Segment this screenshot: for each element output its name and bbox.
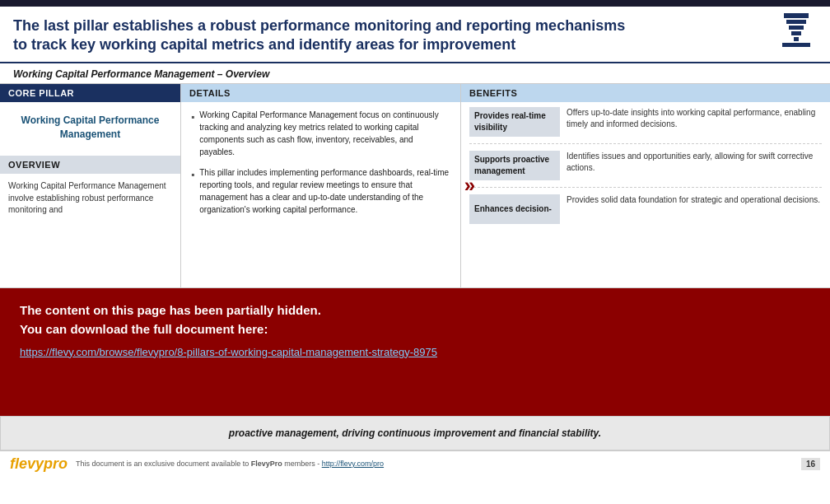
svg-rect-0	[784, 13, 809, 18]
top-bar	[0, 0, 830, 7]
details-content: ▪ Working Capital Performance Management…	[181, 102, 460, 231]
main-content: CORE PILLAR Working Capital Performance …	[0, 84, 830, 288]
header-logo	[776, 12, 817, 49]
detail-text-1: Working Capital Performance Management f…	[199, 109, 450, 158]
svg-rect-2	[789, 26, 804, 30]
benefits-header: BENEFITS	[461, 84, 830, 102]
overview-header: OVERVIEW	[0, 156, 180, 174]
title-line2: to track key working capital metrics and…	[13, 36, 515, 53]
page-title: The last pillar establishes a robust per…	[13, 16, 713, 55]
subtitle-bar: Working Capital Performance Management –…	[0, 63, 830, 84]
title-line1: The last pillar establishes a robust per…	[13, 17, 625, 34]
overview-text: Working Capital Performance Management i…	[0, 174, 180, 223]
benefit-label-2: Supports proactive management	[469, 151, 560, 180]
benefit-desc-3: Provides solid data foundation for strat…	[567, 194, 822, 207]
benefit-label-3: Enhances decision-	[469, 194, 560, 224]
benefit-row-2: Supports proactive management Identifies…	[469, 151, 822, 188]
bottom-gray-bar: proactive management, driving continuous…	[0, 416, 830, 450]
footer-text: This document is an exclusive document a…	[76, 460, 801, 468]
overlay-text1: The content on this page has been partia…	[20, 303, 810, 317]
svg-rect-5	[782, 43, 810, 47]
benefit-row-1: Provides real-time visibility Offers up-…	[469, 107, 822, 144]
left-column: CORE PILLAR Working Capital Performance …	[0, 84, 181, 287]
footer-logo: flevypro	[10, 455, 68, 473]
benefit-label-1: Provides real-time visibility	[469, 107, 560, 137]
footer-link[interactable]: http://flevy.com/pro	[322, 460, 384, 468]
right-column: BENEFITS Provides real-time visibility O…	[461, 84, 830, 287]
detail-text-2: This pillar includes implementing perfor…	[199, 166, 450, 216]
middle-column: DETAILS ▪ Working Capital Performance Ma…	[181, 84, 461, 287]
benefit-desc-2: Identifies issues and opportunities earl…	[567, 151, 822, 175]
svg-rect-3	[791, 31, 801, 35]
arrow-icon: »	[464, 174, 475, 197]
overlay-text2: You can download the full document here:	[20, 322, 810, 336]
header: The last pillar establishes a robust per…	[0, 7, 830, 63]
benefit-desc-1: Offers up-to-date insights into working …	[567, 107, 822, 131]
subtitle-text: Working Capital Performance Management –…	[13, 68, 269, 80]
benefit-row-3: Enhances decision- Provides solid data f…	[469, 194, 822, 231]
detail-item-2: ▪ This pillar includes implementing perf…	[191, 166, 450, 216]
core-pillar-label: Working Capital Performance Management	[8, 114, 172, 142]
benefits-grid: Provides real-time visibility Offers up-…	[461, 102, 830, 242]
footer-text-part1: This document is an exclusive document a…	[76, 460, 251, 468]
bullet-icon-1: ▪	[191, 110, 194, 124]
bullet-icon-2: ▪	[191, 167, 194, 182]
footer-text-part2: members -	[284, 460, 322, 468]
detail-item-1: ▪ Working Capital Performance Management…	[191, 109, 450, 158]
core-pillar-content: Working Capital Performance Management	[0, 102, 180, 153]
details-header: DETAILS	[181, 84, 460, 102]
svg-rect-1	[786, 20, 806, 24]
footer-brand: FlevyPro	[251, 460, 282, 468]
svg-rect-4	[794, 37, 799, 41]
overlay-section: The content on this page has been partia…	[0, 288, 830, 416]
core-pillar-header: CORE PILLAR	[0, 84, 180, 102]
bottom-bar-text: proactive management, driving continuous…	[229, 427, 601, 439]
footer-page-number: 16	[801, 458, 820, 470]
overlay-link[interactable]: https://flevy.com/browse/flevypro/8-pill…	[20, 346, 437, 358]
footer: flevypro This document is an exclusive d…	[0, 450, 830, 477]
